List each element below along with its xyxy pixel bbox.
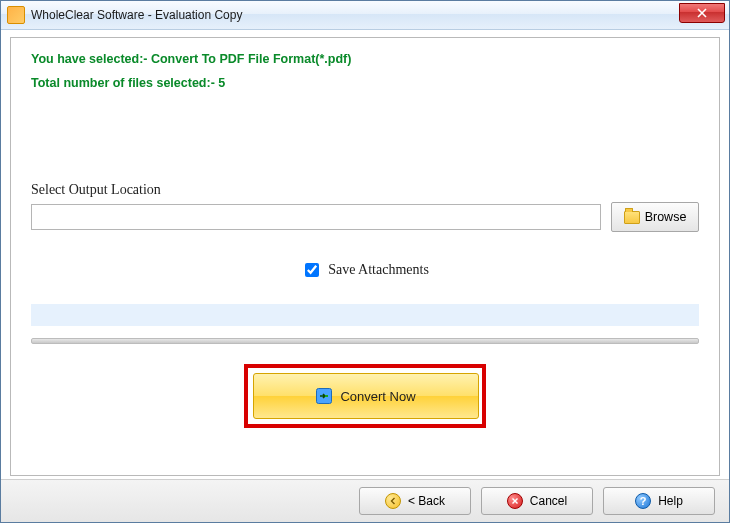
output-path-input[interactable] [31,204,601,230]
save-attachments-label: Save Attachments [328,262,429,278]
back-button-label: < Back [408,494,445,508]
convert-icon [316,388,332,404]
output-location-row: Browse [31,202,699,232]
app-window: WholeClear Software - Evaluation Copy Yo… [0,0,730,523]
close-icon [697,8,707,18]
app-icon [7,6,25,24]
cancel-icon [507,493,523,509]
back-icon [385,493,401,509]
help-icon: ? [635,493,651,509]
back-button[interactable]: < Back [359,487,471,515]
convert-now-label: Convert Now [340,389,415,404]
cancel-button[interactable]: Cancel [481,487,593,515]
save-attachments-row: Save Attachments [31,260,699,280]
content-panel: You have selected:- Convert To PDF File … [10,37,720,476]
window-title: WholeClear Software - Evaluation Copy [31,8,242,22]
save-attachments-control[interactable]: Save Attachments [301,260,429,280]
browse-button-label: Browse [645,210,687,224]
wizard-button-bar: < Back Cancel ? Help [1,479,729,522]
browse-button[interactable]: Browse [611,202,699,232]
progress-bar [31,304,699,326]
separator [31,338,699,344]
output-location-label: Select Output Location [31,182,699,198]
cancel-button-label: Cancel [530,494,567,508]
convert-highlight-frame: Convert Now [244,364,486,428]
file-count-text: Total number of files selected:- 5 [31,76,699,90]
save-attachments-checkbox[interactable] [305,263,319,277]
folder-icon [624,211,640,224]
title-bar: WholeClear Software - Evaluation Copy [1,1,729,30]
help-button-label: Help [658,494,683,508]
selected-format-text: You have selected:- Convert To PDF File … [31,52,699,66]
window-close-button[interactable] [679,3,725,23]
help-button[interactable]: ? Help [603,487,715,515]
convert-now-button[interactable]: Convert Now [253,373,479,419]
